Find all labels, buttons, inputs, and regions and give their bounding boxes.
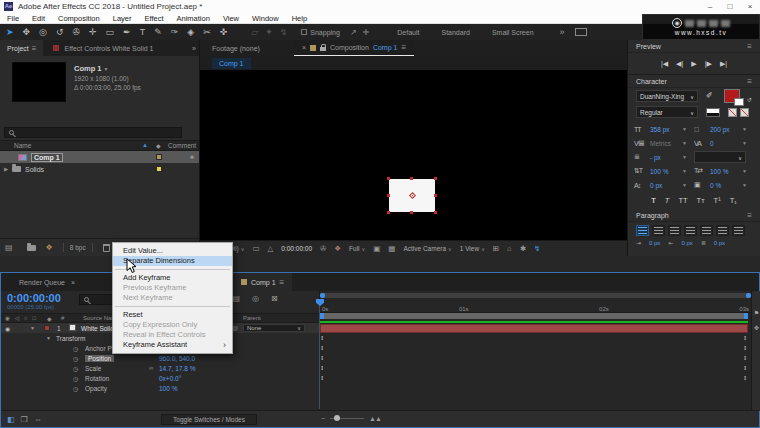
tsume-value[interactable]: 0 % <box>710 182 742 189</box>
property-row[interactable]: Position 960.0, 540.0 <box>1 353 319 363</box>
selection-handle[interactable] <box>410 177 413 180</box>
expand-in-out-icon[interactable] <box>34 415 42 424</box>
bw-swatch[interactable] <box>706 108 720 117</box>
property-row[interactable]: Opacity 100 % <box>1 383 319 393</box>
selection-handle[interactable] <box>387 177 390 180</box>
no-fill-swatch[interactable] <box>728 108 737 117</box>
exposure-icon[interactable] <box>534 244 540 253</box>
project-search-field[interactable] <box>4 127 182 138</box>
property-value[interactable]: 100 % <box>159 385 177 392</box>
indent-left-value[interactable]: 0 px <box>649 240 660 246</box>
stroke-style-dropdown[interactable] <box>694 151 746 163</box>
parent-dropdown[interactable]: None <box>243 324 305 332</box>
align-button[interactable] <box>700 225 713 236</box>
tab-footage[interactable]: Footage (none) <box>212 45 260 52</box>
align-button[interactable] <box>668 225 681 236</box>
stepper-icon[interactable] <box>742 168 754 174</box>
hand-tool-icon[interactable]: ✥ <box>23 27 31 37</box>
snapping-checkbox[interactable] <box>301 29 307 35</box>
property-value[interactable]: 0x+0.0° <box>159 375 181 382</box>
context-menu-item[interactable] <box>115 306 230 307</box>
property-value[interactable]: 14.7, 17.8 % <box>159 365 196 372</box>
no-stroke-swatch[interactable] <box>740 108 749 117</box>
interpret-footage-icon[interactable] <box>5 243 13 252</box>
stopwatch-icon[interactable] <box>73 375 78 382</box>
tab-overflow-icon[interactable]: » <box>192 45 196 52</box>
kerning-value[interactable]: Metrics <box>650 140 682 147</box>
stepper-icon[interactable] <box>742 126 754 132</box>
menu-item[interactable]: Window <box>250 14 281 23</box>
panel-menu-icon[interactable] <box>747 77 752 86</box>
zoom-slider-track[interactable] <box>330 418 364 419</box>
panel-menu-icon[interactable] <box>32 44 37 53</box>
menu-item[interactable]: Edit <box>30 14 47 23</box>
type-tool-icon[interactable]: T <box>140 27 146 37</box>
tab-project[interactable]: Project <box>0 40 43 56</box>
stepper-icon[interactable] <box>682 154 694 160</box>
snap-expand-icon[interactable]: ✛ <box>363 28 370 37</box>
zoom-in-icon[interactable] <box>369 415 381 422</box>
work-area-end-handle[interactable] <box>744 313 748 319</box>
snap-edge-icon[interactable]: ↗ <box>350 28 357 37</box>
pen-tool-icon[interactable]: ✒ <box>123 27 131 37</box>
zoom-out-icon[interactable] <box>321 415 325 422</box>
selection-handle[interactable] <box>387 194 390 197</box>
tracking-value[interactable]: 0 <box>710 140 742 147</box>
font-family-dropdown[interactable]: DuanNing-Xing <box>636 90 698 102</box>
lock-icon[interactable] <box>320 47 326 51</box>
workspace-overflow[interactable]: » <box>560 27 565 37</box>
time-ruler[interactable]: 0s01s02s03s <box>320 299 751 313</box>
search-workspace-icon[interactable] <box>575 28 587 36</box>
workspace-item[interactable]: Default <box>397 29 419 36</box>
column-parent[interactable]: Parent <box>243 315 261 321</box>
chevron-down-icon[interactable] <box>481 246 485 252</box>
comp-flyout-icon[interactable]: ▼ <box>104 66 109 72</box>
stepper-icon[interactable] <box>682 126 694 132</box>
region-of-interest-icon[interactable] <box>252 244 259 253</box>
white-solid-layer[interactable] <box>389 179 435 212</box>
pan-behind-tool-icon[interactable]: ✛ <box>89 27 97 37</box>
reset-view-icon[interactable] <box>507 244 512 253</box>
label-column-icon[interactable] <box>156 142 161 149</box>
baseline-shift-value[interactable]: 0 px <box>650 182 682 189</box>
navigator-start-handle[interactable] <box>320 293 325 298</box>
new-composition-icon[interactable] <box>46 243 53 252</box>
stopwatch-icon[interactable] <box>73 355 78 362</box>
zoom-tool-icon[interactable]: ◎ <box>39 27 47 37</box>
transport-button[interactable]: ◀| <box>676 60 683 68</box>
camera-tool-icon[interactable]: ✇ <box>73 27 81 37</box>
trash-icon[interactable] <box>103 244 110 252</box>
column-number[interactable]: # <box>61 315 64 321</box>
work-area-start-handle[interactable] <box>320 313 324 319</box>
project-row-comp[interactable]: Comp 1 <box>0 151 199 163</box>
snapping-toggle[interactable]: Snapping <box>301 29 340 36</box>
toggle-switches-modes-button[interactable]: Toggle Switches / Modes <box>161 414 257 425</box>
transport-button[interactable]: |▶ <box>705 60 712 68</box>
align-button[interactable] <box>716 225 729 236</box>
usage-flowchart-icon[interactable] <box>190 154 194 160</box>
audio-column-icon[interactable] <box>15 315 19 321</box>
selection-handle[interactable] <box>387 211 390 214</box>
roto-brush-tool-icon[interactable]: ✂ <box>203 27 211 37</box>
puppet-pin-tool-icon[interactable]: ✜ <box>220 27 228 37</box>
work-area-bar[interactable] <box>320 313 748 319</box>
brush-tool-icon[interactable]: ✎ <box>154 27 162 37</box>
stepper-icon[interactable] <box>682 140 694 146</box>
selection-handle[interactable] <box>434 211 437 214</box>
menu-item[interactable]: Composition <box>56 14 102 23</box>
property-row[interactable]: Rotation 0x+0.0° <box>1 373 319 383</box>
label-swatch[interactable] <box>156 154 162 160</box>
new-folder-icon[interactable] <box>27 245 36 251</box>
tab-render-queue[interactable]: Render Queue <box>19 279 75 286</box>
align-button[interactable] <box>652 225 665 236</box>
layer-duration-bar[interactable] <box>320 324 748 333</box>
tab-effect-controls[interactable]: Effect Controls White Solid 1 <box>64 45 153 52</box>
all-caps-button[interactable]: TT <box>678 196 687 205</box>
context-menu-item[interactable]: Reveal in Effect Controls <box>113 330 232 340</box>
window-control-button[interactable]: □ <box>720 2 740 11</box>
property-name[interactable]: Opacity <box>85 385 107 392</box>
panel-menu-icon[interactable] <box>401 43 406 52</box>
clone-stamp-tool-icon[interactable]: ✑ <box>171 27 179 37</box>
lock-column-icon[interactable] <box>32 315 35 321</box>
mask-visibility-icon[interactable] <box>268 244 274 253</box>
